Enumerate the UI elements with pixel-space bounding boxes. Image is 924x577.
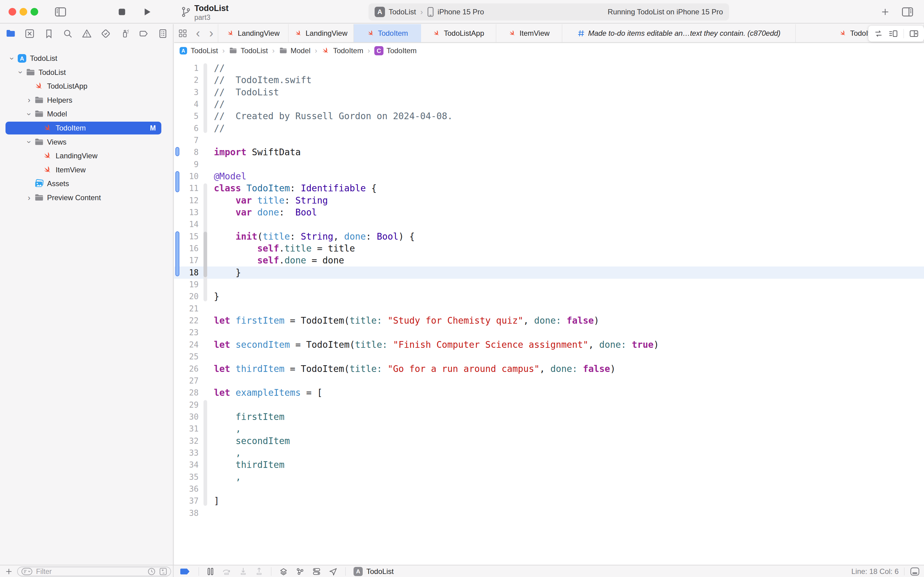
run-button[interactable] <box>140 0 154 24</box>
sidebar-item-preview-content[interactable]: › Preview Content <box>0 191 174 205</box>
forward-button[interactable]: › <box>205 24 218 42</box>
disclosure-chevron-icon[interactable]: › <box>25 95 33 105</box>
disclosure-chevron-icon[interactable]: › <box>7 55 17 62</box>
memory-graph-icon[interactable] <box>296 567 304 576</box>
view-hierarchy-icon[interactable] <box>279 567 288 576</box>
debug-navigator-icon[interactable] <box>120 28 130 39</box>
code-line[interactable]: let secondItem = TodoItem(title: "Finish… <box>214 338 659 351</box>
code-line[interactable]: , <box>214 471 241 483</box>
back-button[interactable]: ‹ <box>191 24 205 42</box>
code-line[interactable]: var done: Bool <box>214 206 317 219</box>
code-line[interactable]: var title: String <box>214 194 328 206</box>
simulate-location-icon[interactable] <box>329 567 337 576</box>
find-navigator-icon[interactable] <box>63 28 73 39</box>
filter-input[interactable]: Filter <box>17 567 171 576</box>
code-line[interactable]: @Model <box>214 170 246 182</box>
reports-navigator-icon[interactable] <box>158 28 168 39</box>
tab-landingview[interactable]: LandingView <box>218 24 288 42</box>
sidebar-item-assets[interactable]: Assets <box>0 177 174 191</box>
code-fold-ribbon[interactable] <box>203 232 207 277</box>
project-navigator-icon[interactable] <box>5 28 16 39</box>
breadcrumb-item[interactable]: ATodoList <box>179 47 218 55</box>
step-out-icon[interactable] <box>255 567 263 576</box>
sidebar-item-todolist[interactable]: › A TodoList <box>0 52 174 65</box>
activity-status-bar[interactable]: A TodoList › iPhone 15 Pro Running TodoL… <box>369 3 729 21</box>
code-line[interactable]: // Created by Russell Gordon on 2024-04-… <box>214 110 452 122</box>
breakpoints-navigator-icon[interactable] <box>139 28 149 39</box>
code-line[interactable]: firstItem <box>214 411 285 423</box>
breadcrumb-item[interactable]: TodoList <box>229 47 268 55</box>
code-line[interactable]: // <box>214 62 225 74</box>
breakpoints-toggle-icon[interactable] <box>180 567 191 575</box>
editor-grid-icon[interactable] <box>174 24 191 42</box>
tab-todoitem[interactable]: TodoItem <box>354 24 421 42</box>
sidebar-item-views[interactable]: › Views <box>0 135 174 149</box>
step-into-icon[interactable] <box>239 567 247 576</box>
code-line[interactable]: import SwiftData <box>214 146 301 158</box>
code-line[interactable]: ] <box>214 495 219 507</box>
toggle-debug-area-icon[interactable] <box>910 567 920 576</box>
code-line[interactable]: let firstItem = TodoItem(title: "Study f… <box>214 314 599 327</box>
code-line[interactable]: thirdItem <box>214 459 285 471</box>
scheme-name[interactable]: TodoList <box>389 8 416 16</box>
toggle-right-sidebar-icon[interactable] <box>899 0 916 24</box>
editor-layout-icon[interactable] <box>889 30 898 38</box>
zoom-button[interactable] <box>31 8 38 16</box>
sidebar-item-todolistapp[interactable]: TodoListApp <box>0 79 174 93</box>
filter-menu-icon[interactable] <box>21 567 33 576</box>
code-fold-ribbon[interactable] <box>203 63 207 133</box>
source-control-changes-icon[interactable] <box>159 567 167 576</box>
disclosure-chevron-icon[interactable]: › <box>16 68 25 76</box>
code-line[interactable]: self.title = title <box>214 242 355 255</box>
code-line[interactable]: init(title: String, done: Bool) { <box>214 230 415 243</box>
add-editor-plus-button[interactable] <box>877 0 893 24</box>
disclosure-chevron-icon[interactable]: › <box>24 138 34 146</box>
run-destination[interactable]: iPhone 15 Pro <box>438 8 484 16</box>
split-editor-icon[interactable] <box>910 30 919 38</box>
sidebar-item-todoitem[interactable]: TodoItemM <box>0 121 174 135</box>
code-line[interactable]: class TodoItem: Identifiable { <box>214 182 377 194</box>
code-fold-ribbon[interactable] <box>203 400 207 506</box>
close-button[interactable] <box>8 8 16 16</box>
running-process[interactable]: A TodoList <box>354 567 394 576</box>
bookmarks-navigator-icon[interactable] <box>44 28 54 39</box>
sidebar-item-itemview[interactable]: ItemView <box>0 163 174 177</box>
code-line[interactable]: // <box>214 98 225 110</box>
tab-todolistapp[interactable]: TodoListApp <box>421 24 496 42</box>
code-line[interactable]: // TodoList <box>214 86 279 98</box>
tab-landingview[interactable]: LandingView <box>288 24 354 42</box>
step-over-icon[interactable] <box>222 567 231 576</box>
breadcrumb-item[interactable]: Model <box>279 47 311 55</box>
code-line[interactable]: // TodoItem.swift <box>214 74 312 86</box>
code-line[interactable]: let thirdItem = TodoItem(title: "Go for … <box>214 363 615 375</box>
toggle-left-sidebar-icon[interactable] <box>52 0 69 24</box>
source-editor[interactable]: 1//2// TodoItem.swift3// TodoList4//5// … <box>174 58 924 565</box>
source-control-navigator-icon[interactable] <box>24 28 35 39</box>
sidebar-item-model[interactable]: › Model <box>0 107 174 121</box>
tab-itemview[interactable]: ItemView <box>496 24 562 42</box>
disclosure-chevron-icon[interactable]: › <box>25 193 33 203</box>
issues-navigator-icon[interactable] <box>82 28 92 39</box>
breadcrumb-item[interactable]: TodoItem <box>322 47 363 55</box>
environment-overrides-icon[interactable] <box>312 567 321 576</box>
code-line[interactable]: , <box>214 447 241 459</box>
sidebar-item-todolist[interactable]: › TodoList <box>0 65 174 79</box>
sidebar-item-helpers[interactable]: › Helpers <box>0 93 174 107</box>
disclosure-chevron-icon[interactable]: › <box>24 110 34 118</box>
code-line[interactable]: } <box>214 290 219 303</box>
code-line[interactable]: secondItem <box>214 435 290 447</box>
code-line[interactable]: // <box>214 122 225 134</box>
code-line[interactable]: , <box>214 423 241 435</box>
sidebar-item-landingview[interactable]: LandingView <box>0 149 174 163</box>
code-line[interactable]: } <box>214 266 241 279</box>
minimize-button[interactable] <box>19 8 27 16</box>
breadcrumb-item[interactable]: CTodoItem <box>374 46 417 55</box>
stop-button[interactable] <box>115 0 129 24</box>
recent-files-clock-icon[interactable] <box>147 567 156 576</box>
tab-made[interactable]: Made to-do items editable an…text they c… <box>562 24 796 42</box>
pause-icon[interactable] <box>207 567 214 575</box>
code-line[interactable]: self.done = done <box>214 254 344 266</box>
add-file-plus-icon[interactable] <box>5 567 13 575</box>
swap-editors-icon[interactable] <box>874 30 883 38</box>
tests-navigator-icon[interactable] <box>101 28 111 39</box>
